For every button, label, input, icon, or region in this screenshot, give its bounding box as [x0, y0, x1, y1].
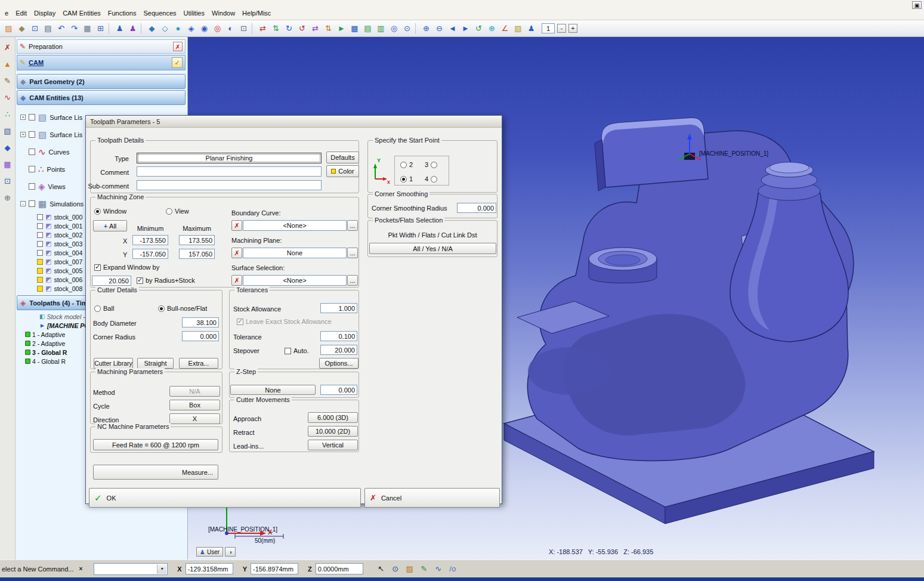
- increment-button[interactable]: +: [568, 24, 577, 33]
- grid-icon[interactable]: ▦: [81, 23, 94, 35]
- curve-tool-icon[interactable]: ∿: [2, 92, 13, 103]
- browse-surface-button[interactable]: ...: [347, 275, 358, 286]
- menu-item[interactable]: Functions: [104, 8, 140, 18]
- sheet-icon[interactable]: ▥: [375, 23, 387, 35]
- tolerance-field[interactable]: 0.100: [320, 331, 357, 341]
- browse-boundary-button[interactable]: ...: [347, 220, 358, 231]
- stock-checkbox[interactable]: [37, 241, 43, 247]
- color-button[interactable]: Color: [326, 165, 359, 177]
- separator[interactable]: [252, 23, 255, 34]
- translate-y-icon[interactable]: ⇅: [270, 23, 282, 35]
- start-point-4-radio[interactable]: 4: [425, 175, 437, 183]
- y-max-field[interactable]: 157.050: [179, 249, 215, 259]
- save-icon[interactable]: ⊡: [29, 23, 41, 35]
- y-min-field[interactable]: -157.050: [132, 249, 168, 259]
- separator[interactable]: [109, 23, 112, 34]
- visibility-checkbox[interactable]: [29, 183, 35, 190]
- zoom-in-icon[interactable]: ⊕: [420, 23, 432, 35]
- pick-help-icon[interactable]: ↖: [374, 563, 388, 575]
- part-geometry-band[interactable]: ◆ Part Geometry (2): [17, 74, 186, 89]
- visibility-checkbox[interactable]: [29, 131, 35, 138]
- array-icon[interactable]: ▩: [348, 23, 361, 35]
- profile-icon[interactable]: ∿: [431, 563, 446, 575]
- radius-stock-checkbox[interactable]: by Radius+Stock: [137, 277, 195, 284]
- refresh-icon[interactable]: ↺: [472, 23, 485, 35]
- ball-radio[interactable]: Ball: [94, 305, 114, 312]
- cutter-library-button[interactable]: Cutter Library: [94, 358, 133, 369]
- layers-button[interactable]: ◑: [225, 547, 236, 557]
- window-radio[interactable]: Window: [94, 208, 126, 215]
- menu-item[interactable]: Edit: [12, 8, 30, 18]
- analysis-tool-icon[interactable]: ⊕: [2, 192, 13, 203]
- menu-item[interactable]: Sequences: [140, 8, 180, 18]
- cycle-button[interactable]: Box: [169, 400, 220, 410]
- zoom-fit-icon[interactable]: ⊙: [401, 23, 413, 35]
- mirror-icon[interactable]: ⇄: [309, 23, 322, 35]
- cam-header[interactable]: ✎ CAM ✓: [17, 55, 186, 70]
- wire-cube-icon[interactable]: ◇: [159, 23, 171, 35]
- target-icon[interactable]: ◎: [211, 23, 224, 35]
- start-point-1-radio[interactable]: 1: [400, 175, 413, 183]
- clear-surface-button[interactable]: ✗: [231, 275, 242, 286]
- half-view-icon[interactable]: ◐: [224, 23, 237, 35]
- menu-item[interactable]: Help/Misc: [239, 8, 274, 18]
- stock-checkbox[interactable]: [37, 214, 43, 220]
- surface-tool-icon[interactable]: ▧: [2, 125, 13, 136]
- expander-icon[interactable]: -: [20, 201, 26, 206]
- close-panel-button[interactable]: ✗: [173, 42, 183, 51]
- mesh-tool-icon[interactable]: ▦: [2, 159, 13, 169]
- shaded-sphere-icon[interactable]: ◉: [198, 23, 211, 35]
- window-restore-button[interactable]: ▣: [912, 1, 922, 9]
- menu-item[interactable]: Window: [208, 8, 239, 18]
- stock-checkbox[interactable]: [37, 250, 43, 256]
- options-button[interactable]: Options...: [319, 358, 359, 369]
- sequence-number-field[interactable]: 1: [542, 23, 555, 33]
- subcomment-field[interactable]: [137, 180, 322, 190]
- defaults-button[interactable]: Defaults: [326, 152, 359, 163]
- menu-item[interactable]: e: [1, 8, 12, 18]
- operator-alt-icon[interactable]: ♟: [126, 23, 139, 35]
- cancel-button[interactable]: ✗ Cancel: [364, 488, 500, 508]
- retract-button[interactable]: 10.000 (2D): [308, 426, 358, 437]
- report-icon[interactable]: ▤: [361, 23, 374, 35]
- visibility-checkbox[interactable]: [29, 149, 35, 155]
- stock-checkbox[interactable]: [37, 259, 43, 265]
- post-state-box[interactable]: [25, 332, 30, 337]
- solid-tool-icon[interactable]: ◆: [2, 142, 13, 153]
- prompt-close-icon[interactable]: ×: [77, 565, 84, 572]
- command-combo[interactable]: ▼: [94, 563, 168, 575]
- align-icon[interactable]: ►: [335, 23, 348, 35]
- x-coord-field[interactable]: -129.3158mm: [186, 563, 233, 574]
- start-point-3-radio[interactable]: 3: [425, 161, 437, 168]
- all-yes-na-button[interactable]: All / Yes / N/A: [369, 243, 496, 254]
- stock-checkbox[interactable]: [37, 232, 43, 238]
- expand-window-checkbox[interactable]: Expand Window by: [94, 264, 159, 271]
- boundary-curve-field[interactable]: <None>: [243, 220, 347, 231]
- bullnose-radio[interactable]: Bull-nose/Flat: [158, 305, 207, 312]
- pan-left-icon[interactable]: ◄: [446, 23, 459, 35]
- view-globe-icon[interactable]: ⊕: [486, 23, 498, 35]
- user-mode-button[interactable]: ♟ User: [196, 547, 223, 557]
- post-state-box[interactable]: [25, 350, 30, 355]
- z-step-value-field[interactable]: 0.000: [320, 385, 357, 395]
- stock-checkbox[interactable]: [37, 277, 43, 283]
- dialog-title-bar[interactable]: Toolpath Parameters - 5: [86, 116, 502, 128]
- z-step-mode-button[interactable]: None: [230, 385, 316, 395]
- menu-item[interactable]: CAM Entities: [59, 8, 104, 18]
- scale-icon[interactable]: ⇅: [322, 23, 335, 35]
- pan-right-icon[interactable]: ►: [459, 23, 472, 35]
- leadins-button[interactable]: Vertical: [308, 440, 358, 450]
- chain-select-icon[interactable]: ▨: [403, 563, 417, 575]
- preparation-header[interactable]: ✎ Preparation ✗: [17, 39, 186, 54]
- user-level-icon[interactable]: ♟: [525, 23, 537, 35]
- layout-icon[interactable]: ⊞: [94, 23, 107, 35]
- clear-boundary-button[interactable]: ✗: [231, 220, 242, 231]
- separator[interactable]: [415, 23, 418, 34]
- view-tool-icon[interactable]: ⊡: [2, 175, 13, 186]
- translate-x-icon[interactable]: ⇄: [257, 23, 269, 35]
- close-tool-icon[interactable]: ✗: [2, 42, 13, 52]
- direction-button[interactable]: X: [169, 413, 220, 424]
- stock-allowance-field[interactable]: 1.000: [320, 303, 357, 313]
- part-model-icon[interactable]: ◆: [16, 23, 28, 35]
- corner-smoothing-radius-field[interactable]: 0.000: [457, 203, 496, 213]
